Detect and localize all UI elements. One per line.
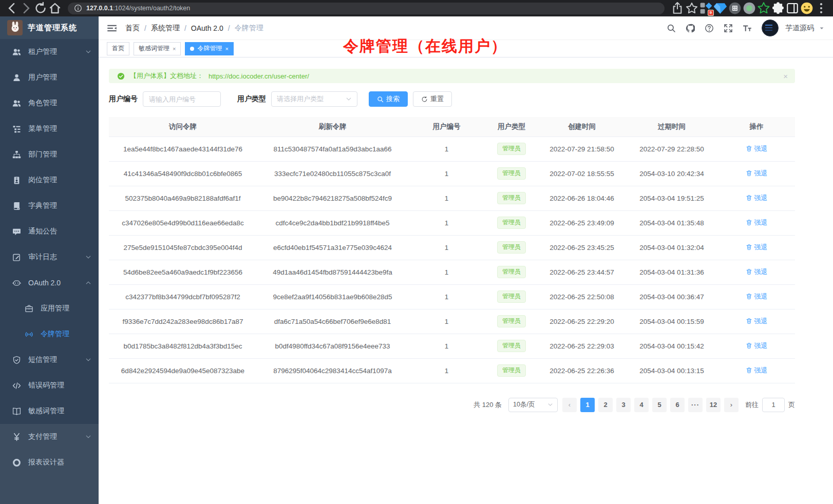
user-type-select[interactable]: 请选择用户类型 <box>271 91 357 107</box>
search-icon[interactable] <box>667 24 676 33</box>
next-page-button[interactable]: › <box>724 398 739 412</box>
expire-time-cell: 2054-03-04 00:15:59 <box>626 309 718 334</box>
side-panel-icon[interactable] <box>786 2 799 15</box>
site-info-icon[interactable] <box>74 4 82 12</box>
reload-icon[interactable] <box>34 2 47 15</box>
url-bar[interactable]: 127.0.0.1:1024/system/oauth2/token <box>68 3 665 14</box>
sidebar-item-oauth2-app[interactable]: 应用管理 <box>0 296 99 321</box>
breadcrumb-item[interactable]: 令牌管理 <box>235 24 263 33</box>
sidebar-item-sms[interactable]: 短信管理 <box>0 347 99 373</box>
sidebar-item-notice[interactable]: 通知公告 <box>0 219 99 244</box>
page-button-3[interactable]: 3 <box>616 398 631 412</box>
sidebar-item-user[interactable]: 用户管理 <box>0 65 99 90</box>
force-logout-button[interactable]: 强退 <box>746 193 768 203</box>
page-button-4[interactable]: 4 <box>634 398 649 412</box>
force-logout-button[interactable]: 强退 <box>746 218 768 227</box>
actions-cell: 强退 <box>718 137 795 161</box>
chevron-down-icon[interactable] <box>819 25 825 31</box>
search-button[interactable]: 搜索 <box>369 91 408 107</box>
extension-command-icon[interactable] <box>728 2 742 15</box>
page-size-select[interactable]: 10条/页 <box>508 398 558 412</box>
share-icon[interactable] <box>671 2 684 15</box>
extension-record-icon[interactable] <box>743 2 756 15</box>
page-button-5[interactable]: 5 <box>652 398 667 412</box>
user-type-cell: 管理员 <box>485 235 538 260</box>
extension-gem-icon[interactable] <box>714 2 727 15</box>
profile-emoji-icon[interactable] <box>800 2 813 15</box>
table-row: f9336e7c7dd242a283ee98dc86b17a87dfa6c71a… <box>109 309 795 334</box>
sidebar-item-menu[interactable]: 菜单管理 <box>0 116 99 142</box>
sidebar-item-oauth2-token[interactable]: 令牌管理 <box>0 321 99 347</box>
force-logout-button[interactable]: 强退 <box>746 169 768 178</box>
force-logout-button[interactable]: 强退 <box>746 341 768 351</box>
sidebar-item-tenant[interactable]: 租户管理 <box>0 39 99 65</box>
alert-doc-link[interactable]: https://doc.iocoder.cn/user-center/ <box>209 72 309 80</box>
tab-敏感词管理[interactable]: 敏感词管理× <box>134 42 181 55</box>
table-row: c342377bf8b344799dcbf7bf095287f29ce8ef2a… <box>109 284 795 309</box>
created-time-cell: 2022-06-25 23:49:09 <box>538 210 626 235</box>
extension-grid-icon[interactable]: 9 <box>699 2 713 15</box>
sidebar-item-sensitive-word[interactable]: 敏感词管理 <box>0 398 99 424</box>
sidebar-item-post[interactable]: 岗位管理 <box>0 167 99 193</box>
force-logout-button[interactable]: 强退 <box>746 366 768 375</box>
expire-time-cell: 2054-03-04 01:32:04 <box>626 235 718 260</box>
user-id-cell: 1 <box>408 260 485 284</box>
user-type-cell: 管理员 <box>485 334 538 358</box>
extension-green-star-icon[interactable] <box>757 2 770 15</box>
sidebar-item-pay[interactable]: 支付管理 <box>0 424 99 450</box>
user-id-input[interactable] <box>143 91 221 107</box>
refresh-token-cell: dfa6c71a50a54c66bef706ef9e6e8d81 <box>257 309 408 334</box>
page-button-6[interactable]: 6 <box>670 398 685 412</box>
breadcrumb-item[interactable]: 系统管理 <box>151 24 180 33</box>
sidebar-item-audit-log[interactable]: 审计日志 <box>0 244 99 270</box>
page-button-1[interactable]: 1 <box>580 398 595 412</box>
robot-icon <box>12 279 21 287</box>
refresh-token-cell: be90422b8c7946218275a508bf524fc9 <box>257 186 408 210</box>
users-icon <box>12 48 21 56</box>
bookmark-star-icon[interactable] <box>685 2 698 15</box>
prev-page-button[interactable]: ‹ <box>562 398 577 412</box>
tab-令牌管理[interactable]: 令牌管理× <box>185 42 233 55</box>
github-icon[interactable] <box>686 24 695 33</box>
force-logout-button[interactable]: 强退 <box>746 292 768 301</box>
trash-icon <box>746 219 752 226</box>
forward-icon[interactable] <box>20 2 33 15</box>
goto-page-input[interactable] <box>762 398 785 412</box>
tab-close-icon[interactable]: × <box>173 46 176 52</box>
user-name[interactable]: 芋道源码 <box>785 24 814 33</box>
app-logo-bar[interactable]: 芋道管理系统 <box>0 16 99 39</box>
alert-close-icon[interactable]: × <box>783 72 788 81</box>
home-icon[interactable] <box>48 2 62 15</box>
refresh-token-cell: 8796295f04064c2983414cc54af1097a <box>257 358 408 383</box>
sidebar-item-dict[interactable]: 字典管理 <box>0 193 99 219</box>
force-logout-button[interactable]: 强退 <box>746 243 768 252</box>
tab-首页[interactable]: 首页 <box>107 42 129 55</box>
back-icon[interactable] <box>5 2 18 15</box>
force-logout-button[interactable]: 强退 <box>746 317 768 326</box>
force-logout-button[interactable]: 强退 <box>746 267 768 277</box>
trash-icon <box>746 170 752 177</box>
breadcrumb-item[interactable]: OAuth 2.0 <box>191 24 223 32</box>
expire-time-cell: 2054-03-04 00:15:42 <box>626 334 718 358</box>
browser-menu-icon[interactable] <box>815 2 828 15</box>
avatar[interactable] <box>762 20 779 36</box>
font-size-icon[interactable] <box>743 24 752 33</box>
tab-close-icon[interactable]: × <box>225 46 228 52</box>
fullscreen-icon[interactable] <box>724 24 733 33</box>
sidebar-item-role[interactable]: 角色管理 <box>0 90 99 116</box>
extensions-puzzle-icon[interactable] <box>771 2 785 15</box>
sidebar-item-oauth2[interactable]: OAuth 2.0 <box>0 270 99 296</box>
breadcrumb-item[interactable]: 首页 <box>125 24 140 33</box>
sidebar-item-dept[interactable]: 部门管理 <box>0 142 99 167</box>
force-logout-button[interactable]: 强退 <box>746 144 768 153</box>
page-button-12[interactable]: 12 <box>706 398 721 412</box>
page-button-2[interactable]: 2 <box>598 398 613 412</box>
help-icon[interactable] <box>705 24 714 33</box>
sidebar-item-label: 用户管理 <box>28 73 57 82</box>
chevron-down-icon <box>547 402 553 408</box>
more-pages-button[interactable]: ··· <box>688 398 703 412</box>
sidebar-collapse-icon[interactable] <box>107 23 117 33</box>
sidebar-item-report-designer[interactable]: 报表设计器 <box>0 450 99 475</box>
sidebar-item-error-code[interactable]: 错误码管理 <box>0 373 99 398</box>
reset-button[interactable]: 重置 <box>413 91 452 107</box>
